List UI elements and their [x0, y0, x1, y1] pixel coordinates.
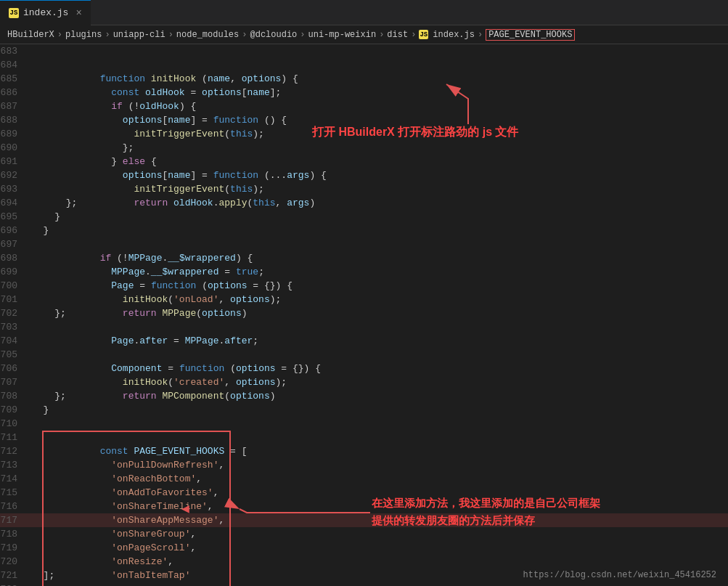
- line-700: 700 initHook('onLoad', options);: [0, 279, 728, 293]
- line-696: 696 }: [0, 224, 728, 237]
- line-703: 703 Page.after = MPPage.after;: [0, 320, 728, 334]
- breadcrumb-plugins: plugins: [65, 30, 102, 40]
- tab-bar: JS index.js ×: [0, 0, 728, 25]
- breadcrumb-page-event-hooks: PAGE_EVENT_HOOKS: [486, 29, 575, 41]
- js-icon-breadcrumb: JS: [419, 30, 428, 39]
- line-699: 699 Page = function (options = {}) {: [0, 265, 728, 279]
- line-687: 687 options[name] = function () {: [0, 99, 728, 113]
- line-704: 704: [0, 334, 728, 348]
- app-container: JS index.js × HBuilderX › plugins › unia…: [0, 0, 728, 586]
- line-715: 715 'onShareTimeline',: [0, 486, 728, 500]
- line-705: 705 Component = function (options = {}) …: [0, 348, 728, 362]
- line-701: 701 return MPPage(options): [0, 293, 728, 306]
- line-708: 708 };: [0, 389, 728, 403]
- line-691: 691 options[name] = function (...args) {: [0, 155, 728, 168]
- line-686: 686 if (!oldHook) {: [0, 86, 728, 99]
- breadcrumb: HBuilderX › plugins › uniapp-cli › node_…: [0, 25, 728, 44]
- line-698: 698 MPPage.__$wrappered = true;: [0, 251, 728, 265]
- close-tab-button[interactable]: ×: [75, 7, 81, 19]
- tab-index-js[interactable]: JS index.js ×: [0, 0, 91, 25]
- code-area: 683 684 function initHook (name, options…: [0, 44, 728, 586]
- line-689: 689 };: [0, 127, 728, 141]
- line-688: 688 initTriggerEvent(this);: [0, 113, 728, 127]
- line-711: 711 const PAGE_EVENT_HOOKS = [: [0, 431, 728, 444]
- code-lines: 683 684 function initHook (name, options…: [0, 44, 728, 586]
- breadcrumb-dcloudio: @dcloudio: [250, 30, 297, 40]
- breadcrumb-indexjs: index.js: [433, 30, 475, 40]
- line-720: 720 'onTabItemTap': [0, 555, 728, 569]
- breadcrumb-uni-mp-weixin: uni-mp-weixin: [308, 30, 377, 40]
- breadcrumb-uniapp-cli: uniapp-cli: [113, 30, 165, 40]
- line-718: 718 'onPageScroll',: [0, 527, 728, 541]
- line-710: 710: [0, 417, 728, 431]
- line-714: 714 'onAddToFavorites',: [0, 472, 728, 486]
- line-702: 702 };: [0, 306, 728, 320]
- line-716: 716 'onShareAppMessage',: [0, 500, 728, 513]
- line-722: 722: [0, 582, 728, 586]
- line-685: 685 const oldHook = options[name];: [0, 72, 728, 86]
- line-706: 706 initHook('created', options);: [0, 362, 728, 375]
- line-709: 709 }: [0, 403, 728, 417]
- line-690: 690 } else {: [0, 141, 728, 155]
- line-697: 697 if (!MPPage.__$wrappered) {: [0, 237, 728, 251]
- breadcrumb-node-modules: node_modules: [176, 30, 239, 40]
- line-694: 694 };: [0, 196, 728, 210]
- line-717: 717 'onShareGroup',: [0, 513, 728, 527]
- line-719: 719 'onResize',: [0, 541, 728, 555]
- line-712: 712 'onPullDownRefresh',: [0, 444, 728, 458]
- bottom-url: https://blog.csdn.net/weixin_45416252: [523, 570, 716, 580]
- tab-label: index.js: [23, 7, 68, 18]
- line-692: 692 initTriggerEvent(this);: [0, 168, 728, 182]
- js-icon: JS: [9, 8, 19, 18]
- breadcrumb-hbuilderx: HBuilderX: [7, 30, 54, 40]
- line-684: 684 function initHook (name, options) {: [0, 58, 728, 72]
- line-695: 695 }: [0, 210, 728, 224]
- line-707: 707 return MPComponent(options): [0, 375, 728, 389]
- line-693: 693 return oldHook.apply(this, args): [0, 182, 728, 196]
- breadcrumb-dist: dist: [387, 30, 408, 40]
- line-713: 713 'onReachBottom',: [0, 458, 728, 472]
- line-683: 683: [0, 44, 728, 58]
